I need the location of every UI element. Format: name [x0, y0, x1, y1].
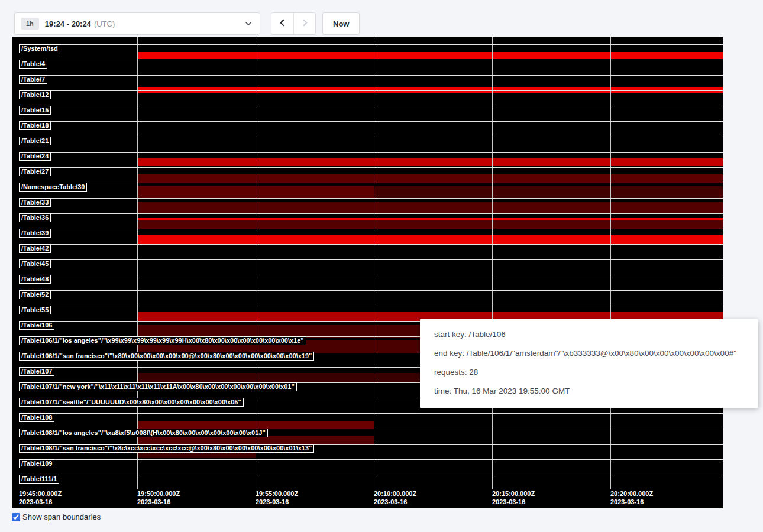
span-label: /Table/12	[19, 90, 51, 99]
span-label: /Table/107/1/"seattle"/"UUUUUUD\x00\x80\…	[19, 398, 244, 407]
heat-band	[137, 52, 723, 59]
next-window-button[interactable]	[293, 13, 315, 34]
show-span-boundaries: Show span boundaries	[12, 512, 101, 521]
now-button[interactable]: Now	[322, 12, 360, 35]
span-label: /Table/18	[19, 121, 51, 130]
keyspace-heatmap[interactable]: start key: /Table/106 end key: /Table/10…	[12, 37, 723, 508]
span-boundary	[19, 60, 723, 60]
span-label: /Table/39	[19, 229, 51, 238]
heatmap-tooltip: start key: /Table/106 end key: /Table/10…	[420, 319, 758, 408]
span-label: /NamespaceTable/30	[19, 183, 87, 192]
tooltip-time: time: Thu, 16 Mar 2023 19:55:00 GMT	[434, 387, 744, 395]
span-boundary	[19, 38, 723, 38]
span-label: /Table/55	[19, 306, 51, 314]
span-label: /Table/109	[19, 459, 54, 468]
tooltip-start-key: start key: /Table/106	[434, 330, 744, 339]
toolbar: 1h 19:24 - 20:24 (UTC) Now	[14, 12, 360, 35]
span-label: /Table/106/1/"los angeles"/"\x99\x99\x99…	[19, 336, 306, 345]
span-boundary	[19, 213, 723, 214]
time-axis-label: 19:55:00.000Z2023-03-16	[256, 489, 298, 506]
span-boundary	[19, 290, 723, 291]
span-boundary	[19, 198, 723, 199]
time-axis-label: 20:20:00.000Z2023-03-16	[610, 489, 653, 506]
span-label: /Table/45	[19, 259, 51, 268]
heat-band	[137, 220, 723, 229]
span-boundary	[19, 152, 723, 153]
span-boundary	[19, 44, 723, 45]
time-window-timezone: (UTC)	[94, 20, 115, 28]
span-label: /Table/107	[19, 367, 54, 376]
span-label: /Table/108/1/"los angeles"/"\xa8\xf5\u00…	[19, 429, 268, 437]
heat-band	[374, 186, 723, 198]
span-label: /Table/33	[19, 198, 51, 207]
tooltip-requests: requests: 28	[434, 368, 744, 377]
time-window-arrows	[271, 12, 316, 35]
time-gridline	[374, 37, 374, 489]
span-label: /Table/42	[19, 244, 51, 253]
tooltip-end-key: end key: /Table/106/1/"amsterdam"/"\xb33…	[434, 349, 744, 358]
span-label: /Table/36	[19, 213, 51, 222]
span-boundary	[19, 459, 723, 460]
time-axis-label: 19:45:00.000Z2023-03-16	[19, 489, 62, 506]
span-boundary	[19, 275, 723, 275]
span-boundary	[19, 137, 723, 137]
span-label: /System/tsd	[19, 44, 60, 53]
span-label: /Table/106/1/"san francisco"/"\x80\x00\x…	[19, 352, 314, 361]
time-axis-label: 19:50:00.000Z2023-03-16	[137, 489, 180, 506]
span-label: /Table/48	[19, 275, 51, 284]
span-label: /Table/111/1	[19, 475, 59, 484]
time-gridline	[492, 37, 493, 489]
heat-band	[137, 235, 723, 244]
span-boundary	[19, 167, 723, 168]
span-boundary	[19, 106, 723, 106]
span-label: /Table/52	[19, 290, 51, 299]
chevron-left-icon	[278, 18, 287, 29]
span-boundary	[19, 244, 723, 245]
span-label: /Table/106	[19, 321, 54, 330]
span-label: /Table/21	[19, 137, 51, 145]
prev-window-button[interactable]	[271, 13, 293, 34]
span-label: /Table/107/1/"new york"/"\x11\x11\x11\x1…	[19, 382, 297, 391]
chevron-down-icon	[245, 21, 252, 26]
time-window-selector[interactable]: 1h 19:24 - 20:24 (UTC)	[14, 12, 260, 35]
time-window-duration-badge: 1h	[21, 18, 39, 30]
span-boundary	[19, 475, 723, 475]
span-boundary	[19, 259, 723, 260]
span-label: /Table/27	[19, 167, 51, 176]
span-label: /Table/108	[19, 413, 54, 422]
time-axis-label: 20:10:00.000Z2023-03-16	[374, 489, 416, 506]
span-boundary	[19, 121, 723, 122]
span-boundary	[19, 183, 723, 183]
span-label: /Table/24	[19, 152, 51, 161]
span-boundary	[19, 413, 723, 414]
time-gridline	[610, 37, 611, 489]
span-label: /Table/4	[19, 60, 47, 69]
span-boundary	[19, 229, 723, 229]
heat-band	[137, 158, 723, 166]
heat-band	[137, 202, 723, 213]
show-span-boundaries-checkbox[interactable]	[12, 513, 20, 521]
span-label: /Table/15	[19, 106, 51, 115]
span-boundary	[19, 75, 723, 76]
heat-band	[137, 174, 723, 183]
span-label: /Table/108/1/"san francisco"/"\x8c\xcc\x…	[19, 444, 314, 453]
time-gridline	[137, 37, 138, 489]
chevron-right-icon	[300, 18, 309, 29]
show-span-boundaries-label: Show span boundaries	[22, 512, 101, 521]
span-boundary	[19, 306, 723, 306]
time-window-range: 19:24 - 20:24	[45, 20, 91, 28]
span-label: /Table/7	[19, 75, 47, 84]
time-axis-label: 20:15:00.000Z2023-03-16	[492, 489, 535, 506]
span-boundary	[19, 90, 723, 91]
time-gridline	[256, 37, 256, 489]
